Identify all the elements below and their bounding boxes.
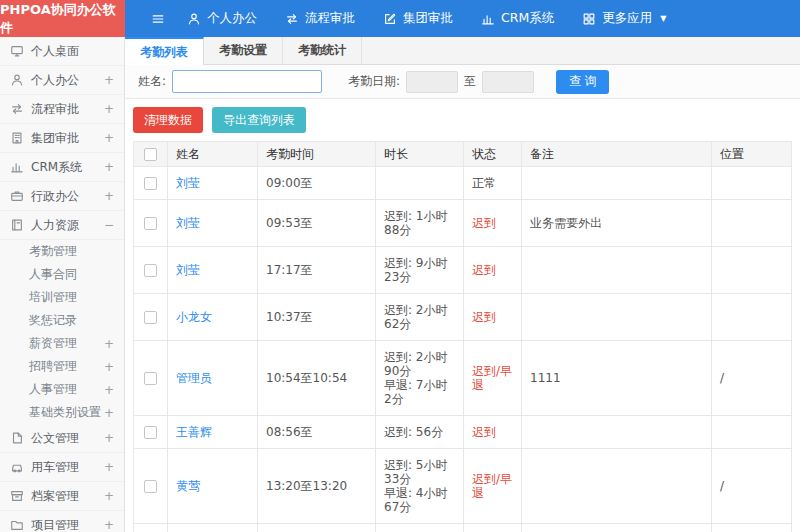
expand-toggle-icon[interactable]: +	[104, 73, 114, 87]
book-icon	[10, 218, 24, 232]
sidebar-item[interactable]: 公文管理+	[0, 424, 124, 453]
name-filter-input[interactable]	[172, 70, 322, 93]
sidebar-subitem-label: 培训管理	[29, 289, 77, 306]
employee-name-link[interactable]: 刘莹	[176, 263, 200, 277]
select-all-checkbox[interactable]	[144, 148, 157, 161]
org-icon	[10, 131, 24, 145]
expand-toggle-icon[interactable]: +	[104, 160, 114, 174]
date-filter-label: 考勤日期:	[348, 73, 400, 90]
expand-toggle-icon[interactable]: +	[104, 131, 114, 145]
employee-name-link[interactable]: 刘莹	[176, 216, 200, 230]
top-nav-item[interactable]: 流程审批	[285, 10, 355, 27]
duration-cell: 迟到: 2小时62分	[376, 294, 464, 341]
sidebar-item[interactable]: 流程审批+	[0, 95, 124, 124]
row-checkbox[interactable]	[144, 372, 157, 385]
search-button[interactable]: 查 询	[556, 70, 609, 94]
employee-name-link[interactable]: 刘莹	[176, 176, 200, 190]
expand-toggle-icon[interactable]: +	[104, 431, 114, 445]
employee-name-link[interactable]: 小龙女	[176, 310, 212, 324]
column-header: 位置	[712, 142, 792, 167]
table-row: 小龙女10:37至迟到: 2小时62分迟到	[134, 294, 792, 341]
top-nav-item[interactable]: 集团审批	[383, 10, 453, 27]
location-cell	[712, 167, 792, 200]
sidebar-item[interactable]: 集团审批+	[0, 124, 124, 153]
expand-toggle-icon[interactable]: +	[104, 406, 114, 420]
sidebar: 个人桌面个人办公+流程审批+集团审批+CRM系统+行政办公+人力资源−考勤管理人…	[0, 37, 125, 532]
tab-item[interactable]: 考勤列表	[125, 37, 204, 65]
attendance-time-cell: 17:17至	[258, 247, 376, 294]
row-checkbox[interactable]	[144, 264, 157, 277]
menu-toggle-icon[interactable]	[151, 12, 165, 26]
app-logo[interactable]: PHPOA协同办公软件	[0, 0, 125, 37]
row-checkbox[interactable]	[144, 217, 157, 230]
status-cell: 迟到/早退	[464, 341, 522, 416]
row-checkbox[interactable]	[144, 480, 157, 493]
table-row: 王善辉08:56至迟到: 56分迟到	[134, 416, 792, 449]
status-cell: 迟到/早退	[464, 449, 522, 524]
sidebar-subitem[interactable]: 人事管理+	[0, 378, 124, 401]
expand-toggle-icon[interactable]: +	[104, 102, 114, 116]
top-nav-item[interactable]: 个人办公	[187, 10, 257, 27]
sidebar-item[interactable]: 用车管理+	[0, 453, 124, 482]
sidebar-item[interactable]: 行政办公+	[0, 182, 124, 211]
row-checkbox[interactable]	[144, 311, 157, 324]
sidebar-item[interactable]: 个人桌面	[0, 37, 124, 66]
chevron-down-icon: ▼	[660, 14, 666, 23]
attendance-time-cell: 10:37至	[258, 294, 376, 341]
sidebar-subitem[interactable]: 考勤管理	[0, 240, 124, 263]
status-cell: 正常	[464, 167, 522, 200]
note-cell	[522, 449, 712, 524]
sidebar-subitem[interactable]: 培训管理	[0, 286, 124, 309]
sidebar-item-label: CRM系统	[31, 159, 82, 176]
sidebar-item[interactable]: CRM系统+	[0, 153, 124, 182]
expand-toggle-icon[interactable]: +	[104, 189, 114, 203]
top-nav-label: 个人办公	[207, 10, 257, 27]
employee-name-link[interactable]: 王善辉	[176, 425, 212, 439]
body-row: 个人桌面个人办公+流程审批+集团审批+CRM系统+行政办公+人力资源−考勤管理人…	[0, 37, 800, 532]
row-checkbox[interactable]	[144, 177, 157, 190]
employee-name-link[interactable]: 管理员	[176, 371, 212, 385]
chart-icon	[481, 12, 495, 26]
status-cell: 迟到	[464, 416, 522, 449]
table-row: 管理员10:54至10:54迟到: 2小时90分 早退: 7小时2分迟到/早退1…	[134, 341, 792, 416]
row-checkbox[interactable]	[144, 426, 157, 439]
top-nav-item[interactable]: 更多应用▼	[582, 10, 666, 27]
column-header: 时长	[376, 142, 464, 167]
date-from-input[interactable]	[406, 71, 458, 93]
status-cell: 迟到	[464, 294, 522, 341]
sidebar-item[interactable]: 人力资源−	[0, 211, 124, 240]
expand-toggle-icon[interactable]: +	[104, 518, 114, 532]
sidebar-subitem[interactable]: 招聘管理+	[0, 355, 124, 378]
expand-toggle-icon[interactable]: +	[104, 360, 114, 374]
table-row: 王善辉10:02至迟到: 2小时03分迟到	[134, 524, 792, 532]
top-nav-item[interactable]: CRM系统	[481, 10, 554, 27]
sidebar-subitem[interactable]: 奖惩记录	[0, 309, 124, 332]
export-list-button[interactable]: 导出查询列表	[212, 107, 306, 133]
sidebar-item[interactable]: 个人办公+	[0, 66, 124, 95]
duration-cell: 迟到: 2小时90分 早退: 7小时2分	[376, 341, 464, 416]
sidebar-subitem[interactable]: 薪资管理+	[0, 332, 124, 355]
expand-toggle-icon[interactable]: +	[104, 383, 114, 397]
tab-item[interactable]: 考勤统计	[283, 37, 362, 64]
location-cell	[712, 247, 792, 294]
expand-toggle-icon[interactable]: +	[104, 460, 114, 474]
table-row: 刘莹09:53至迟到: 1小时88分迟到业务需要外出	[134, 200, 792, 247]
expand-toggle-icon[interactable]: +	[104, 337, 114, 351]
select-all-header	[134, 142, 168, 167]
note-cell	[522, 167, 712, 200]
topbar: PHPOA协同办公软件 个人办公流程审批集团审批CRM系统更多应用▼	[0, 0, 800, 37]
status-cell: 迟到	[464, 524, 522, 532]
clean-data-button[interactable]: 清理数据	[133, 107, 203, 133]
sidebar-subitem[interactable]: 基础类别设置+	[0, 401, 124, 424]
folder-icon	[10, 518, 24, 532]
tab-item[interactable]: 考勤设置	[204, 37, 283, 64]
sidebar-item[interactable]: 档案管理+	[0, 482, 124, 511]
sidebar-item[interactable]: 项目管理+	[0, 511, 124, 532]
sidebar-subitem[interactable]: 人事合同	[0, 263, 124, 286]
date-to-input[interactable]	[482, 71, 534, 93]
employee-name-link[interactable]: 黄莺	[176, 479, 200, 493]
expand-toggle-icon[interactable]: +	[104, 489, 114, 503]
expand-toggle-icon[interactable]: −	[104, 218, 114, 232]
duration-cell: 迟到: 2小时03分	[376, 524, 464, 532]
status-cell: 迟到	[464, 247, 522, 294]
